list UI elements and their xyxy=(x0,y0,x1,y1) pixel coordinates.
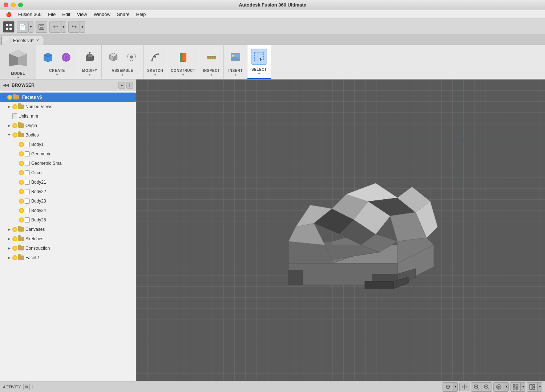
svg-point-42 xyxy=(232,54,234,57)
tree-expand-canvases[interactable]: ▶ xyxy=(7,227,12,232)
tab-close-button[interactable]: ✕ xyxy=(36,38,39,43)
menu-window[interactable]: Window xyxy=(91,11,113,18)
tree-expand-facet1[interactable]: ▶ xyxy=(7,255,12,260)
layout-dropdown[interactable]: ▾ xyxy=(537,383,542,391)
tree-item-geometric[interactable]: Geometric xyxy=(0,149,136,159)
sketch-button[interactable] xyxy=(147,49,163,65)
tree-item-root[interactable]: ▼ Facets v6 xyxy=(0,93,136,102)
tree-item-named-views[interactable]: ▶ Named Views xyxy=(0,102,136,111)
tree-item-sketches[interactable]: ▶ Sketches xyxy=(0,234,136,244)
select-button[interactable] xyxy=(251,49,267,65)
tree-expand-named-views[interactable]: ▶ xyxy=(7,104,12,109)
ribbon-modify-label: MODIFY xyxy=(82,69,97,73)
tree-icon-light-body23 xyxy=(19,199,24,204)
tree-expand-sketches[interactable]: ▶ xyxy=(7,236,12,241)
sketch-dropdown-arrow[interactable]: ▾ xyxy=(154,73,156,77)
tree-expand-root[interactable]: ▼ xyxy=(1,95,7,100)
select-dropdown-arrow[interactable]: ▾ xyxy=(258,72,260,75)
tree-item-units[interactable]: Units: mm xyxy=(0,111,136,121)
new-file-button[interactable]: 📄 xyxy=(17,21,28,33)
active-tab[interactable]: ⬜ Facets v6* ✕ xyxy=(1,36,43,45)
redo-button[interactable]: ↪ xyxy=(68,21,80,33)
tree-icon-folder-named-views xyxy=(18,105,24,109)
inspect-dropdown-arrow[interactable]: ▾ xyxy=(211,73,212,77)
insert-button[interactable] xyxy=(227,49,243,65)
tree-item-body1[interactable]: Body1 xyxy=(0,140,136,149)
tree-checkbox-body21[interactable] xyxy=(25,180,30,185)
tree-checkbox-body25[interactable] xyxy=(25,217,30,222)
pan-button[interactable] xyxy=(459,383,469,391)
zoom-in-button[interactable] xyxy=(471,383,481,391)
menu-file[interactable]: File xyxy=(45,11,58,18)
tree-item-body22[interactable]: Body22 xyxy=(0,187,136,196)
tree-item-circuit[interactable]: Circuit xyxy=(0,168,136,177)
tree-checkbox-body22[interactable] xyxy=(25,189,30,194)
create-dropdown-arrow[interactable]: ▾ xyxy=(56,73,58,77)
tree-label-body24: Body24 xyxy=(31,208,46,213)
file-dropdown[interactable]: ▼ xyxy=(28,21,33,33)
tree-item-canvases[interactable]: ▶ Canvases xyxy=(0,225,136,234)
layout-button[interactable] xyxy=(527,383,537,391)
modify-push-pull-button[interactable] xyxy=(82,49,98,65)
tree-checkbox-geometric[interactable] xyxy=(25,151,30,156)
browser-divider-button: | xyxy=(126,82,133,89)
tree-checkbox-body23[interactable] xyxy=(25,199,30,204)
create-sphere-button[interactable] xyxy=(58,49,74,65)
pan-icon xyxy=(461,384,467,390)
tree-item-body23[interactable]: Body23 xyxy=(0,196,136,206)
viewport[interactable] xyxy=(136,79,545,381)
tree-expand-bodies[interactable]: ▼ xyxy=(7,132,12,138)
tree-item-body24[interactable]: Body24 xyxy=(0,206,136,215)
assemble-new-component-button[interactable] xyxy=(105,49,121,65)
menu-fusion360[interactable]: Fusion 360 xyxy=(15,11,44,18)
tree-item-facet1[interactable]: ▶ Facet:1 xyxy=(0,253,136,262)
browser-minimize-button[interactable]: – xyxy=(118,82,125,89)
browser-collapse-button[interactable]: ◀◀ xyxy=(3,83,9,87)
undo-button[interactable]: ↩ xyxy=(49,21,61,33)
view-mode-dropdown[interactable]: ▾ xyxy=(504,383,508,391)
menu-help[interactable]: Help xyxy=(133,11,149,18)
create-box-button[interactable] xyxy=(40,49,56,65)
display-mode-button[interactable] xyxy=(510,383,521,391)
undo-dropdown[interactable]: ▼ xyxy=(61,21,66,33)
insert-dropdown-arrow[interactable]: ▾ xyxy=(235,73,236,77)
orbit-dropdown[interactable]: ▾ xyxy=(453,383,457,391)
view-cube-button[interactable] xyxy=(494,383,504,391)
tree-checkbox-circuit[interactable] xyxy=(25,170,30,175)
tree-item-body21[interactable]: Body21 xyxy=(0,177,136,187)
redo-dropdown[interactable]: ▼ xyxy=(80,21,85,33)
maximize-button[interactable] xyxy=(18,3,23,7)
tree-checkbox-geometric-small[interactable] xyxy=(25,161,30,166)
display-mode-dropdown[interactable]: ▾ xyxy=(521,383,525,391)
insert-icons xyxy=(227,47,243,67)
tree-checkbox-body1[interactable] xyxy=(25,142,30,147)
menu-edit[interactable]: Edit xyxy=(59,11,73,18)
menu-share[interactable]: Share xyxy=(114,11,133,18)
inspect-button[interactable] xyxy=(203,49,219,65)
save-button[interactable] xyxy=(36,21,47,33)
tree-item-bodies[interactable]: ▼ Bodies xyxy=(0,130,136,140)
model-dropdown-arrow[interactable]: ▾ xyxy=(17,76,19,79)
close-button[interactable] xyxy=(4,3,8,7)
construct-button[interactable] xyxy=(175,49,191,65)
menu-view[interactable]: View xyxy=(74,11,90,18)
tree-expand-construction[interactable]: ▶ xyxy=(7,246,12,251)
grid-button[interactable] xyxy=(3,21,15,33)
tree-item-geometric-small[interactable]: Geometric Small xyxy=(0,159,136,168)
assemble-dropdown-arrow[interactable]: ▾ xyxy=(122,73,123,77)
modify-icon xyxy=(84,52,96,63)
assemble-joint-button[interactable] xyxy=(124,49,140,65)
apple-menu[interactable]: 🍎 xyxy=(3,11,15,18)
tree-label-sketches: Sketches xyxy=(25,236,43,241)
activity-add-button[interactable]: ⊕ xyxy=(23,384,30,390)
tree-item-body25[interactable]: Body25 xyxy=(0,215,136,225)
tree-checkbox-body24[interactable] xyxy=(25,208,30,213)
minimize-button[interactable] xyxy=(11,3,16,7)
tree-item-construction[interactable]: ▶ Construction xyxy=(0,244,136,253)
orbit-button[interactable] xyxy=(443,383,453,391)
tree-item-origin[interactable]: ▶ Origin xyxy=(0,121,136,130)
zoom-out-button[interactable] xyxy=(481,383,492,391)
modify-dropdown-arrow[interactable]: ▾ xyxy=(89,73,90,77)
tree-expand-origin[interactable]: ▶ xyxy=(7,123,12,128)
construct-dropdown-arrow[interactable]: ▾ xyxy=(182,73,184,77)
